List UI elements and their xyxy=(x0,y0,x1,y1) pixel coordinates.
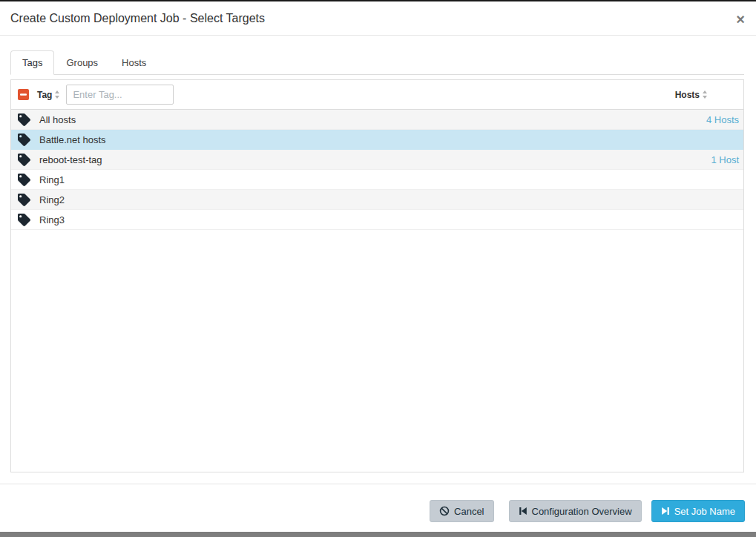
tab-hosts[interactable]: Hosts xyxy=(110,50,158,75)
tag-filter-input[interactable] xyxy=(66,85,174,105)
tag-name: Ring2 xyxy=(39,194,65,205)
minus-square-icon xyxy=(18,89,29,100)
ban-icon xyxy=(439,506,450,516)
table-header-row: Tag Hosts xyxy=(11,80,743,110)
screen: Create Custom Deployment Job - Select Ta… xyxy=(0,0,756,537)
tag-name: All hosts xyxy=(39,114,76,125)
modal-title: Create Custom Deployment Job - Select Ta… xyxy=(10,12,265,25)
table-rows: All hosts 4 Hosts Battle.net hosts xyxy=(11,110,743,230)
modal-footer: Cancel Configuration Overview xyxy=(0,484,756,532)
table-row[interactable]: reboot-test-tag 1 Host xyxy=(11,150,743,170)
step-forward-icon xyxy=(661,507,670,515)
configuration-overview-button[interactable]: Configuration Overview xyxy=(509,500,642,522)
tag-icon xyxy=(18,194,30,206)
table-row[interactable]: Battle.net hosts xyxy=(11,130,743,150)
modal-body: Tags Groups Hosts Tag xyxy=(0,36,756,472)
modal-create-custom-deployment-job: Create Custom Deployment Job - Select Ta… xyxy=(0,1,756,532)
close-icon[interactable]: × xyxy=(734,10,746,28)
hosts-column-header[interactable]: Hosts xyxy=(675,90,708,100)
hosts-count-link[interactable]: 1 Host xyxy=(711,154,739,165)
cancel-label: Cancel xyxy=(454,506,484,517)
set-job-name-label: Set Job Name xyxy=(674,506,735,517)
cancel-button[interactable]: Cancel xyxy=(430,500,493,522)
window-bottom-edge xyxy=(0,532,756,537)
hosts-count-link[interactable]: 4 Hosts xyxy=(706,114,739,125)
hosts-column-label: Hosts xyxy=(675,90,700,100)
tag-column-label: Tag xyxy=(37,90,52,100)
tag-name: Ring3 xyxy=(39,214,65,225)
tag-name: reboot-test-tag xyxy=(39,154,102,165)
tag-name: Ring1 xyxy=(39,174,65,185)
table-row[interactable]: Ring1 xyxy=(11,170,743,190)
tag-icon xyxy=(18,113,30,126)
select-all-checkbox[interactable] xyxy=(18,89,29,100)
table-row[interactable]: Ring3 xyxy=(11,210,743,230)
tab-groups[interactable]: Groups xyxy=(54,50,110,75)
targets-table: Tag Hosts xyxy=(10,79,744,472)
tag-name: Battle.net hosts xyxy=(39,134,106,145)
table-row[interactable]: All hosts 4 Hosts xyxy=(11,110,743,130)
step-backward-icon xyxy=(519,507,527,515)
table-row[interactable]: Ring2 xyxy=(11,190,743,210)
configuration-overview-label: Configuration Overview xyxy=(532,506,632,517)
tag-icon xyxy=(18,134,30,146)
tag-icon xyxy=(18,214,30,226)
set-job-name-button[interactable]: Set Job Name xyxy=(651,500,745,522)
tag-icon xyxy=(18,154,30,166)
tab-tags[interactable]: Tags xyxy=(10,50,54,75)
sort-icon xyxy=(702,90,708,99)
tab-bar: Tags Groups Hosts xyxy=(10,50,744,75)
sort-icon xyxy=(54,90,60,99)
modal-header: Create Custom Deployment Job - Select Ta… xyxy=(0,1,756,36)
tag-column-header[interactable]: Tag xyxy=(37,90,60,100)
tag-icon xyxy=(18,174,30,186)
